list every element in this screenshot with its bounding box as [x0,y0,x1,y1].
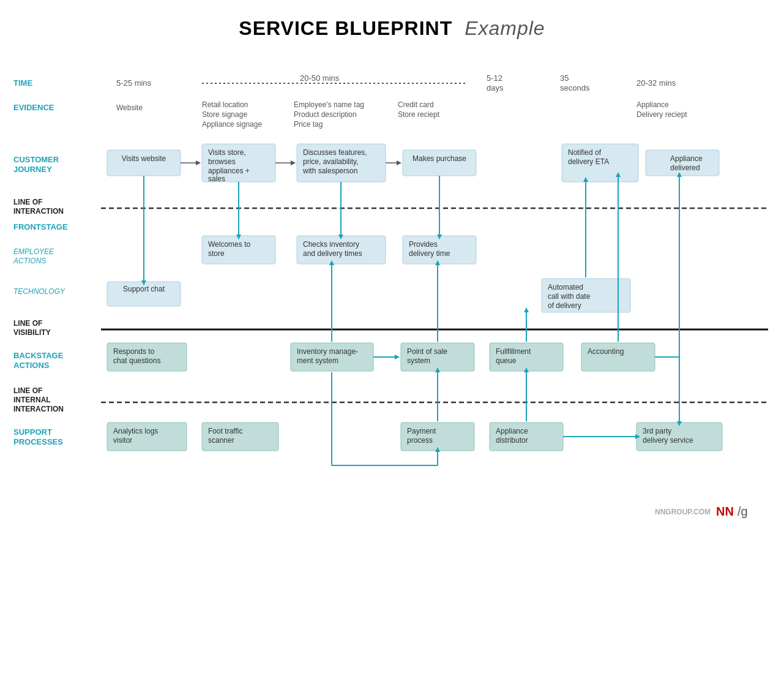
evidence-nametag: Employee's name tag [294,100,364,109]
svg-text:INTERACTION: INTERACTION [13,207,64,216]
svg-marker-22 [397,160,401,165]
svg-text:price, availability,: price, availability, [303,157,358,166]
svg-text:VISIBILITY: VISIBILITY [13,328,51,337]
svg-text:INTERACTION: INTERACTION [13,405,64,413]
svg-marker-47 [395,355,400,359]
svg-text:Store signage: Store signage [202,110,247,119]
g-logo: /g [737,505,748,518]
time-label: TIME [13,78,32,88]
svg-text:delivery time: delivery time [409,249,450,258]
line-interaction-label: LINE OF [13,198,42,206]
svg-text:ment system: ment system [297,356,338,365]
svg-text:visitor: visitor [113,436,132,445]
svg-text:system: system [407,356,430,365]
frontstage-label: FRONTSTAGE [13,222,68,231]
svg-text:Accounting: Accounting [588,347,624,356]
time-col2: 20-50 mins [300,73,340,83]
svg-marker-17 [291,160,296,165]
svg-text:Inventory manage-: Inventory manage- [297,347,358,356]
evidence-retail: Retail location [202,100,248,109]
svg-text:Support chat: Support chat [123,285,165,293]
svg-text:Makes purchase: Makes purchase [413,154,466,163]
svg-text:Notified of: Notified of [568,148,602,157]
svg-text:Analytics logs: Analytics logs [113,427,158,435]
svg-text:Visits website: Visits website [122,154,166,163]
svg-text:scanner: scanner [208,436,234,445]
svg-marker-72 [524,307,529,312]
svg-text:days: days [487,83,504,92]
svg-text:process: process [407,436,433,445]
svg-text:appliances +: appliances + [208,167,250,175]
evidence-label: EVIDENCE [13,103,54,112]
svg-text:delivery service: delivery service [643,436,693,445]
svg-text:ACTIONS: ACTIONS [13,361,50,370]
svg-text:browses: browses [208,157,236,166]
svg-text:Point of sale: Point of sale [407,347,447,356]
technology-label: TECHNOLOGY [13,287,65,296]
svg-text:ACTIONS: ACTIONS [13,257,46,265]
nngroup-text: NNGROUP.COM [655,508,711,516]
svg-text:Responds to: Responds to [113,347,155,356]
svg-text:Automated: Automated [548,283,583,291]
svg-text:Payment: Payment [407,427,436,435]
backstage-label: BACKSTAGE [13,351,64,360]
svg-text:Appliance: Appliance [496,427,528,435]
svg-text:PROCESSES: PROCESSES [13,437,63,446]
svg-text:sales: sales [208,175,225,183]
svg-text:Appliance signage: Appliance signage [202,120,262,129]
page-title: SERVICE BLUEPRINT Example [0,0,784,49]
nn-logo: NN [716,505,734,518]
evidence-appliance: Appliance [637,100,669,109]
svg-text:INTERNAL: INTERNAL [13,396,51,404]
employee-actions-label: EMPLOYEE [13,247,54,256]
svg-text:Welcomes to: Welcomes to [208,240,250,249]
svg-text:Checks inventory: Checks inventory [303,240,359,249]
svg-text:Discusses features,: Discusses features, [303,148,367,157]
svg-text:seconds: seconds [560,83,590,92]
svg-text:Product description: Product description [294,110,357,119]
line-internal-label: LINE OF [13,386,42,395]
svg-text:with salesperson: with salesperson [302,167,357,175]
svg-text:distributor: distributor [496,436,528,445]
line-visibility-label: LINE OF [13,319,42,328]
svg-text:chat questions: chat questions [113,356,160,365]
time-col4: 35 [560,73,569,83]
svg-text:delivered: delivered [670,164,700,172]
svg-text:call with date: call with date [548,292,591,301]
time-col5: 20-32 mins [637,78,676,88]
svg-text:Provides: Provides [409,240,438,249]
svg-text:Price tag: Price tag [294,120,323,129]
customer-journey-label: CUSTOMER [13,155,59,164]
evidence-creditcard: Credit card [398,100,434,109]
svg-text:store: store [208,249,225,258]
evidence-website: Website [116,103,143,112]
svg-marker-11 [196,160,201,165]
svg-text:and delivery times: and delivery times [303,249,362,258]
svg-text:delivery ETA: delivery ETA [568,157,609,166]
support-processes-label: SUPPORT [13,427,52,437]
svg-text:queue: queue [496,356,517,365]
svg-text:of delivery: of delivery [548,301,581,310]
time-col3: 5-12 [487,73,502,83]
svg-text:JOURNEY: JOURNEY [13,165,52,174]
svg-text:Fullfillment: Fullfillment [496,347,531,356]
time-col1: 5-25 mins [116,78,152,88]
svg-text:Appliance: Appliance [670,154,703,163]
svg-text:3rd party: 3rd party [643,427,671,435]
svg-text:Foot traffic: Foot traffic [208,427,242,435]
svg-text:Delivery reciept: Delivery reciept [637,110,687,119]
svg-text:Visits store,: Visits store, [208,148,246,157]
svg-text:Store reciept: Store reciept [398,110,440,119]
